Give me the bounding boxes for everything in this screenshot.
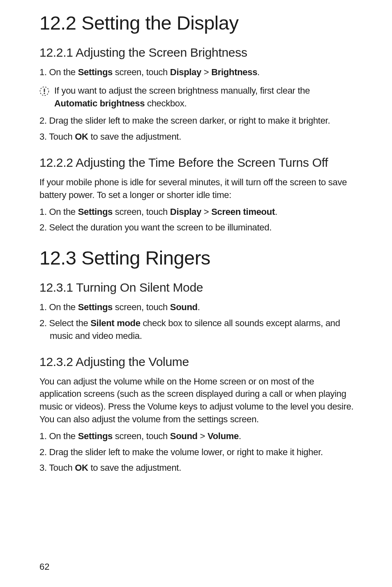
bold-display: Display (170, 67, 201, 77)
step-12-2-2-1: 1. On the Settings screen, touch Display… (39, 206, 354, 219)
text: . (275, 207, 277, 217)
intro-12-2-2: If your mobile phone is idle for several… (39, 176, 354, 202)
intro-12-3-2: You can adjust the volume while on the H… (39, 375, 354, 426)
heading-12-2-2: 12.2.2 Adjusting the Time Before the Scr… (39, 156, 354, 170)
text: to save the adjustment. (88, 131, 181, 142)
text: . (239, 431, 241, 441)
text: 3. Touch (39, 131, 75, 142)
bold-screen-timeout: Screen timeout (211, 207, 275, 217)
svg-point-2 (44, 93, 45, 94)
step-12-2-1-3: 3. Touch OK to save the adjustment. (39, 131, 354, 143)
text: 2. Select the (39, 318, 90, 328)
svg-rect-1 (44, 88, 45, 92)
note-text: If you want to adjust the screen brightn… (54, 85, 354, 110)
step-12-3-2-2: 2. Drag the slider left to make the volu… (39, 446, 354, 459)
bold-settings: Settings (78, 302, 113, 312)
text: screen, touch (113, 207, 170, 217)
heading-12-3-1: 12.3.1 Turning On Silent Mode (39, 281, 354, 295)
page-number: 62 (39, 562, 49, 572)
heading-12-3: 12.3 Setting Ringers (39, 246, 354, 269)
bold-volume: Volume (208, 431, 239, 441)
step-12-3-2-1: 1. On the Settings screen, touch Sound >… (39, 430, 354, 443)
text: 3. Touch (39, 463, 75, 473)
bold-ok: OK (75, 463, 88, 473)
step-12-3-2-3: 3. Touch OK to save the adjustment. (39, 462, 354, 474)
text: > (201, 67, 211, 77)
bold-silent-mode: Silent mode (90, 318, 140, 328)
text: 1. On the (39, 67, 78, 77)
text: 1. On the (39, 207, 78, 217)
bold-settings: Settings (78, 431, 113, 441)
text: > (198, 431, 208, 441)
step-12-3-1-2: 2. Select the Silent mode check box to s… (39, 317, 354, 343)
note-12-2-1: If you want to adjust the screen brightn… (39, 85, 354, 110)
text: to save the adjustment. (88, 463, 181, 473)
step-12-2-2-2: 2. Select the duration you want the scre… (39, 221, 354, 234)
text: checkbox. (145, 98, 187, 108)
bold-sound: Sound (170, 431, 198, 441)
text: If you want to adjust the screen brightn… (54, 85, 310, 96)
text: 1. On the (39, 302, 78, 312)
step-12-2-1-1: 1. On the Settings screen, touch Display… (39, 66, 354, 79)
bold-auto-brightness: Automatic brightness (54, 98, 145, 108)
text: > (201, 207, 211, 217)
text: screen, touch (113, 302, 170, 312)
text: screen, touch (113, 431, 170, 441)
heading-12-3-2: 12.3.2 Adjusting the Volume (39, 355, 354, 369)
heading-12-2-1: 12.2.1 Adjusting the Screen Brightness (39, 46, 354, 60)
step-12-2-1-2: 2. Drag the slider left to make the scre… (39, 115, 354, 127)
text: 1. On the (39, 431, 78, 441)
text: . (198, 302, 200, 312)
page: 12.2 Setting the Display 12.2.1 Adjustin… (0, 0, 392, 587)
step-12-3-1-1: 1. On the Settings screen, touch Sound. (39, 301, 354, 314)
caution-icon (39, 86, 49, 96)
text: screen, touch (113, 67, 170, 77)
bold-sound: Sound (170, 302, 198, 312)
heading-12-2: 12.2 Setting the Display (39, 12, 354, 34)
bold-settings: Settings (78, 67, 113, 77)
text: . (257, 67, 260, 77)
bold-brightness: Brightness (211, 67, 257, 77)
bold-display: Display (170, 207, 201, 217)
bold-ok: OK (75, 131, 88, 142)
bold-settings: Settings (78, 207, 113, 217)
